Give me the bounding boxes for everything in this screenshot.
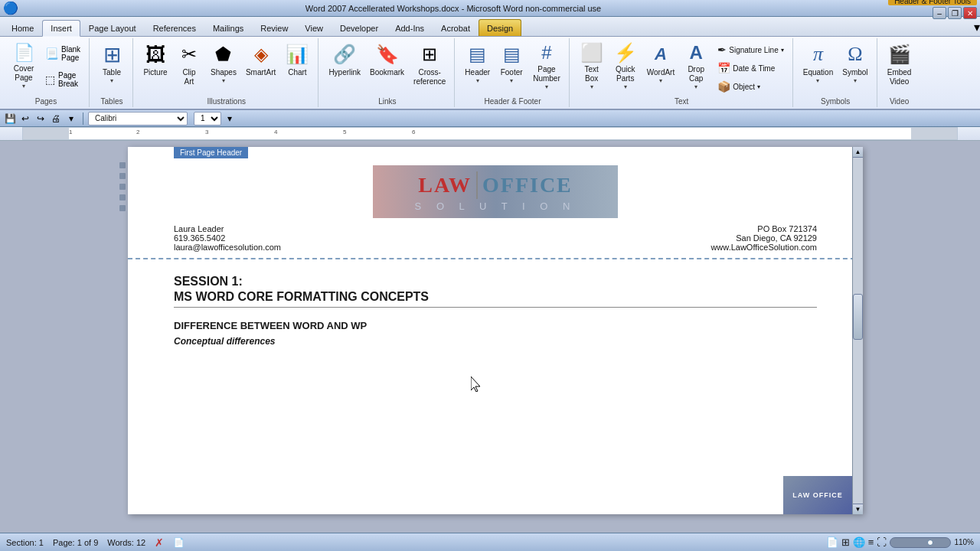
qa-save-button[interactable]: 💾 xyxy=(3,112,17,126)
clip-art-label: ClipArt xyxy=(182,68,195,86)
qa-undo-button[interactable]: ↩ xyxy=(18,112,32,126)
tab-insert[interactable]: Insert xyxy=(42,20,80,37)
shapes-button[interactable]: ⬟ Shapes ▾ xyxy=(207,40,240,92)
page-break-button[interactable]: ⬚ PageBreak xyxy=(41,67,84,92)
status-doc-icon: 📄 xyxy=(173,537,185,548)
session-title: SESSION 1: xyxy=(174,275,817,289)
footer-button[interactable]: ▤ Footer ▾ xyxy=(495,40,528,92)
close-button[interactable]: ✕ xyxy=(963,7,977,19)
signature-line-icon: ✒ xyxy=(717,44,727,56)
tables-buttons: ⊞ Table ▾ xyxy=(96,40,128,96)
window-controls[interactable]: – ❐ ✕ xyxy=(933,7,977,19)
symbol-button[interactable]: Ω Symbol ▾ xyxy=(838,40,871,92)
shapes-arrow: ▾ xyxy=(222,77,225,84)
tab-review[interactable]: Review xyxy=(252,19,296,36)
symbols-group-label: Symbols xyxy=(821,96,850,106)
qa-format-button[interactable]: ▾ xyxy=(223,112,237,126)
sidebar-mark-4[interactable] xyxy=(119,194,126,201)
ribbon-group-symbols: π Equation ▾ Ω Symbol ▾ Symbols xyxy=(795,38,877,107)
page-number-button[interactable]: # PageNumber ▾ xyxy=(529,40,564,92)
scrollbar-thumb[interactable] xyxy=(853,294,863,340)
ribbon-collapse-button[interactable]: ▾ xyxy=(974,20,980,36)
sidebar-mark-1[interactable] xyxy=(119,162,126,168)
view-layout-icon[interactable]: ⊞ xyxy=(841,536,850,548)
drop-cap-button[interactable]: A DropCap ▾ xyxy=(680,40,712,92)
session-subtitle: MS WORD CORE FORMATTING CONCEPTS xyxy=(174,290,817,308)
page-body: SESSION 1: MS WORD CORE FORMATTING CONCE… xyxy=(128,259,863,362)
logo-divider xyxy=(476,171,478,199)
tab-page-layout[interactable]: Page Layout xyxy=(80,19,145,36)
cross-reference-button[interactable]: ⊞ Cross-reference xyxy=(410,40,449,92)
view-outline-icon[interactable]: ≡ xyxy=(868,536,874,548)
clip-art-button[interactable]: ✂ ClipArt xyxy=(173,40,205,92)
tab-add-ins[interactable]: Add-Ins xyxy=(387,19,433,36)
video-group-label: Video xyxy=(890,96,909,106)
tab-design[interactable]: Design xyxy=(479,19,521,36)
header-button[interactable]: ▤ Header ▾ xyxy=(461,40,494,92)
smartart-label: SmartArt xyxy=(246,68,276,77)
illustrations-buttons: 🖼 Picture ✂ ClipArt ⬟ Shapes ▾ ◈ SmartAr… xyxy=(139,40,313,96)
picture-label: Picture xyxy=(143,68,167,77)
embed-video-button[interactable]: 🎬 EmbedVideo xyxy=(884,40,916,92)
cross-reference-icon: ⊞ xyxy=(417,42,442,67)
statusbar-left: Section: 1 Page: 1 of 9 Words: 12 ✗ 📄 xyxy=(6,536,185,549)
view-normal-icon[interactable]: 📄 xyxy=(826,536,838,548)
signature-line-button[interactable]: ✒ Signature Line ▾ xyxy=(714,41,788,58)
picture-button[interactable]: 🖼 Picture xyxy=(139,40,172,92)
sidebar-mark-2[interactable] xyxy=(119,173,126,179)
hyperlink-button[interactable]: 🔗 Hyperlink xyxy=(325,40,364,92)
scrollbar-up-button[interactable]: ▲ xyxy=(853,147,863,158)
tab-acrobat[interactable]: Acrobat xyxy=(433,19,479,36)
object-label: Object xyxy=(733,83,755,91)
pages-buttons: 📄 CoverPage ▾ 📃 BlankPage ⬚ PageBreak xyxy=(8,40,84,96)
illustrations-group-label: Illustrations xyxy=(207,96,246,106)
restore-button[interactable]: ❐ xyxy=(948,7,962,19)
quick-parts-button[interactable]: ⚡ QuickParts ▾ xyxy=(609,40,642,92)
logo-law-text: LAW xyxy=(418,173,472,197)
ribbon-group-tables: ⊞ Table ▾ Tables xyxy=(91,38,133,107)
wordart-label: WordArt xyxy=(647,68,675,77)
equation-button[interactable]: π Equation ▾ xyxy=(799,40,837,92)
zoom-slider[interactable] xyxy=(890,537,951,548)
scrollbar-down-button[interactable]: ▼ xyxy=(853,504,863,514)
font-size-selector[interactable]: 11 xyxy=(194,112,221,126)
font-selector[interactable]: Calibri xyxy=(88,112,188,126)
tab-home[interactable]: Home xyxy=(3,19,42,36)
tab-view[interactable]: View xyxy=(296,19,332,36)
blank-page-button[interactable]: 📃 BlankPage xyxy=(41,41,84,66)
minimize-button[interactable]: – xyxy=(933,7,946,19)
status-spell-icon: ✗ xyxy=(155,536,164,549)
object-button[interactable]: 📦 Object ▾ xyxy=(714,78,788,95)
ribbon-group-pages: 📄 CoverPage ▾ 📃 BlankPage ⬚ PageBreak Pa… xyxy=(3,38,90,107)
symbols-buttons: π Equation ▾ Ω Symbol ▾ xyxy=(799,40,872,96)
tab-mailings[interactable]: Mailings xyxy=(204,19,252,36)
qa-extra-button[interactable]: ▾ xyxy=(64,112,78,126)
table-label: Table xyxy=(103,68,121,77)
text-box-button[interactable]: ⬜ TextBox ▾ xyxy=(576,40,608,92)
tab-developer[interactable]: Developer xyxy=(332,19,387,36)
view-web-icon[interactable]: 🌐 xyxy=(853,536,865,548)
qa-print-button[interactable]: 🖨 xyxy=(49,112,63,126)
qa-redo-button[interactable]: ↪ xyxy=(34,112,47,126)
left-sidebar xyxy=(117,147,128,527)
sidebar-mark-3[interactable] xyxy=(119,184,126,190)
chart-button[interactable]: 📊 Chart xyxy=(281,40,313,92)
table-button[interactable]: ⊞ Table ▾ xyxy=(96,40,128,92)
bookmark-button[interactable]: 🔖 Bookmark xyxy=(366,40,408,92)
ribbon-group-text: ⬜ TextBox ▾ ⚡ QuickParts ▾ A WordArt ▾ A… xyxy=(571,38,793,107)
view-full-icon[interactable]: ⛶ xyxy=(877,536,887,548)
wordart-button[interactable]: A WordArt ▾ xyxy=(643,40,679,92)
table-icon: ⊞ xyxy=(100,42,124,67)
smartart-button[interactable]: ◈ SmartArt xyxy=(242,40,279,92)
text-buttons: ⬜ TextBox ▾ ⚡ QuickParts ▾ A WordArt ▾ A… xyxy=(576,40,788,96)
sidebar-mark-5[interactable] xyxy=(119,205,126,211)
tab-references[interactable]: References xyxy=(145,19,204,36)
vertical-scrollbar[interactable]: ▲ ▼ xyxy=(852,147,863,514)
date-time-icon: 📅 xyxy=(717,62,730,74)
contact-left: Laura Leader 619.365.5402 laura@lawoffic… xyxy=(174,224,281,252)
date-time-button[interactable]: 📅 Date & Time xyxy=(714,60,788,77)
drop-cap-icon: A xyxy=(684,42,708,64)
ruler-num-6: 6 xyxy=(412,129,415,135)
cover-page-button[interactable]: 📄 CoverPage ▾ xyxy=(8,40,40,92)
chart-label: Chart xyxy=(288,68,306,77)
